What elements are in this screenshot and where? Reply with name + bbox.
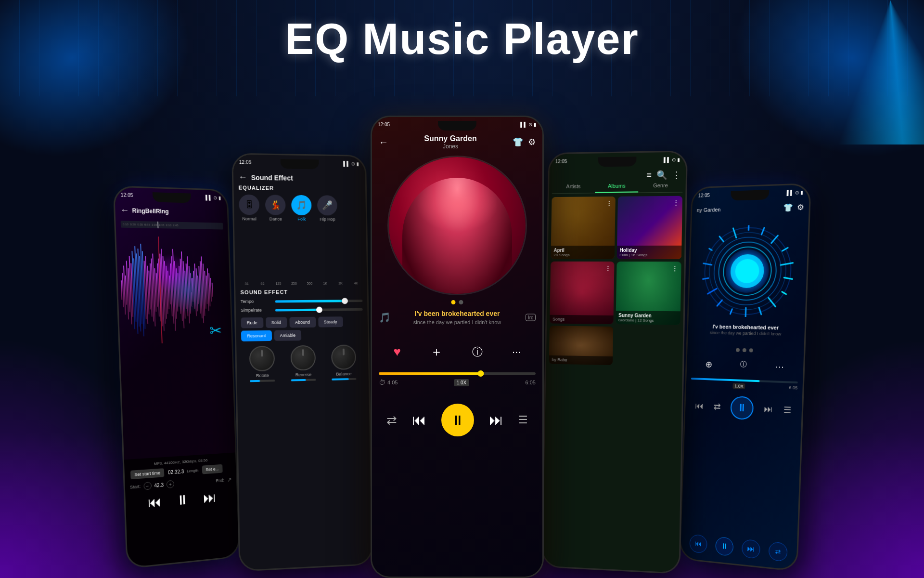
- heart-icon[interactable]: ♥: [394, 344, 401, 359]
- set-end-button[interactable]: Set e...: [202, 464, 223, 474]
- add-icon[interactable]: ＋: [430, 343, 443, 360]
- effect-btn-resonant[interactable]: Resonant: [241, 330, 272, 342]
- eq-bars: 31 62 125: [239, 227, 362, 285]
- time-5: 1:45: [159, 223, 165, 226]
- effect-btn-steady[interactable]: Steady: [318, 316, 343, 327]
- prev-icon[interactable]: ⏮: [147, 494, 161, 511]
- preset-dance[interactable]: 💃 Dance: [265, 195, 286, 222]
- album-sunny-garden[interactable]: Sunny Garden Giordano | 12 Songs ⋮: [616, 262, 681, 325]
- phone3-eq-icon[interactable]: ⚙: [528, 137, 536, 147]
- phone2-back-icon[interactable]: ←: [238, 172, 247, 182]
- album-baby[interactable]: by Baby: [549, 326, 613, 365]
- preset-hiphop[interactable]: 🎤 Hip Hop: [317, 195, 338, 222]
- next-ctrl-icon[interactable]: ⏭: [489, 412, 503, 428]
- album-sunny-garden-more[interactable]: ⋮: [671, 264, 679, 272]
- simpelrate-thumb: [316, 306, 322, 313]
- simpelrate-slider[interactable]: [275, 308, 363, 311]
- p5-skip-back-btn[interactable]: ⏮: [689, 534, 707, 554]
- time-elapsed: ⏱ 4:05: [379, 379, 398, 386]
- phone5-song-title: ny Garden: [697, 207, 721, 213]
- album-holiday-sub: Fulla | 16 Songs: [619, 253, 679, 257]
- svg-line-83: [703, 278, 708, 279]
- speed-badge[interactable]: 1.0X: [454, 379, 470, 386]
- p5-info-icon[interactable]: ⓘ: [740, 360, 747, 371]
- album-april[interactable]: April 28 Songs ⋮: [551, 197, 615, 259]
- effect-btn-abound[interactable]: Abound: [289, 317, 316, 328]
- balance-knob[interactable]: [331, 344, 356, 370]
- preset-normal[interactable]: 🎛 Normal: [239, 195, 260, 222]
- rotate-knob-indicator: [261, 350, 263, 356]
- more-icon[interactable]: ···: [512, 346, 521, 358]
- effect-btn-rude[interactable]: Rude: [241, 317, 263, 328]
- eq-freq-125: 125: [275, 282, 281, 285]
- phone4-header: ≡ 🔍 ⋮: [554, 170, 681, 182]
- next-icon[interactable]: ⏭: [203, 489, 216, 506]
- album-3-more[interactable]: ⋮: [604, 264, 611, 272]
- p5-play-btn-2[interactable]: ⏸: [715, 537, 733, 556]
- info-icon[interactable]: ⓘ: [472, 345, 483, 359]
- album-holiday-more[interactable]: ⋮: [672, 199, 680, 207]
- tab-genre[interactable]: Genre: [639, 182, 683, 192]
- pause-icon[interactable]: ⏸: [176, 491, 190, 508]
- sound-effect-section: SOUND EFFECT Tempo Simpelrate: [240, 289, 364, 382]
- preset-folk[interactable]: 🎵 Folk: [291, 195, 312, 222]
- play-pause-button[interactable]: ⏸: [441, 404, 474, 436]
- playlist-icon[interactable]: ☰: [518, 414, 528, 426]
- start-minus-icon[interactable]: −: [143, 482, 152, 490]
- eq-freq-31: 31: [245, 282, 249, 286]
- tab-artists[interactable]: Artists: [552, 183, 595, 193]
- effect-btn-solid[interactable]: Solid: [266, 317, 287, 328]
- album-april-more[interactable]: ⋮: [605, 199, 612, 207]
- reverse-knob[interactable]: [290, 345, 316, 371]
- tab-albums[interactable]: Albums: [595, 183, 639, 193]
- preset-normal-icon: 🎛: [239, 195, 259, 215]
- p5-shuffle-icon[interactable]: ⇄: [713, 401, 720, 412]
- p5-more-icon[interactable]: ⋯: [775, 361, 784, 372]
- set-start-button[interactable]: Set start time: [130, 468, 164, 479]
- lyric-lrc-badge[interactable]: lrc: [526, 314, 536, 321]
- phone3-back-icon[interactable]: ←: [379, 137, 388, 148]
- shuffle-icon[interactable]: ⇄: [386, 413, 397, 428]
- p5-playlist-icon[interactable]: ☰: [783, 405, 792, 416]
- effect-buttons: Rude Solid Abound Steady Resonant Amiabl…: [241, 316, 363, 342]
- eq-bar-2k: 2K: [334, 281, 347, 285]
- p5-add-icon[interactable]: ⊕: [705, 359, 712, 370]
- svg-line-71: [761, 228, 764, 235]
- p5-dot3: [749, 348, 753, 352]
- rotate-knob[interactable]: [249, 346, 275, 371]
- dot-active: [451, 300, 456, 304]
- prev-ctrl-icon[interactable]: ⏮: [412, 412, 426, 428]
- end-icon[interactable]: ↗: [227, 476, 232, 483]
- phone5-eq-icon[interactable]: ⚙: [797, 202, 804, 212]
- app-title: EQ Music Player: [0, 14, 924, 64]
- balance-label: Balance: [336, 371, 351, 377]
- progress-track[interactable]: [379, 372, 536, 375]
- phone4-list-icon[interactable]: ≡: [646, 170, 652, 181]
- knob-balance: Balance: [331, 344, 356, 380]
- tempo-slider[interactable]: [275, 300, 363, 302]
- phone4-tabs: Artists Albums Genre: [552, 182, 683, 194]
- dot-inactive: [459, 300, 463, 304]
- p5-play-button[interactable]: ⏸: [731, 396, 754, 420]
- phone3-signal: ▌▌ ⊙ ▮: [520, 122, 537, 127]
- svg-line-80: [730, 309, 732, 314]
- effect-btn-amiable[interactable]: Amiable: [274, 330, 301, 341]
- phone1-back-icon[interactable]: ←: [120, 205, 129, 216]
- phone5-shirt-icon[interactable]: 👕: [783, 203, 793, 212]
- p5-next-icon[interactable]: ⏭: [764, 404, 773, 414]
- phone4-more-icon[interactable]: ⋮: [672, 170, 681, 180]
- p5-prev-icon[interactable]: ⏮: [695, 401, 704, 411]
- phone3-shirt-icon[interactable]: 👕: [513, 137, 523, 147]
- album-3[interactable]: Songs ⋮: [550, 262, 614, 324]
- p5-eq-btn[interactable]: ⇄: [769, 541, 788, 562]
- phone4-search-icon[interactable]: 🔍: [656, 170, 667, 180]
- phone3-song-title: Sunny Garden: [424, 134, 476, 143]
- p5-speed[interactable]: 1.0X: [732, 383, 745, 389]
- tempo-thumb: [342, 298, 348, 304]
- p5-skip-fwd-btn[interactable]: ⏭: [742, 539, 760, 559]
- start-plus-icon[interactable]: +: [167, 480, 174, 488]
- svg-rect-0: [121, 280, 123, 300]
- eq-bar-62: 62: [256, 281, 269, 285]
- eq-bar-500: 500: [303, 281, 316, 285]
- album-holiday[interactable]: Holiday Fulla | 16 Songs ⋮: [616, 196, 682, 259]
